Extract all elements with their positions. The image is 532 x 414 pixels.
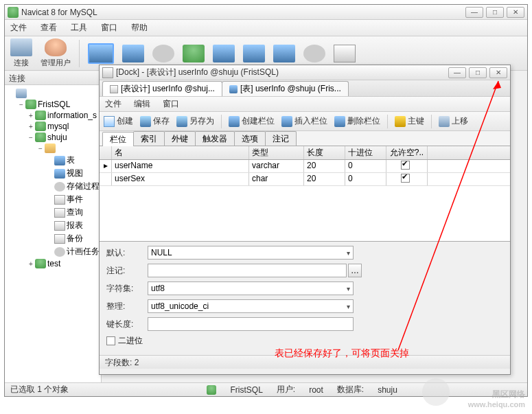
- cell-length[interactable]: 20: [304, 160, 345, 172]
- field-tab-3[interactable]: 触发器: [195, 131, 235, 146]
- prop-note-label: 注记:: [106, 265, 148, 277]
- prop-binary-checkbox[interactable]: [106, 336, 115, 345]
- connection-tree[interactable]: −FristSQL+information_s+mysql−shuju−表视图存…: [5, 85, 102, 382]
- designer-close-button[interactable]: ✕: [489, 67, 507, 78]
- cell-length[interactable]: 20: [304, 173, 345, 185]
- designer-tool-2[interactable]: 另存为: [176, 115, 214, 127]
- tree-item[interactable]: −shuju: [5, 132, 101, 143]
- designer-titlebar[interactable]: [Dock] - [表设计] userInfo @shuju (FristSQL…: [100, 65, 510, 80]
- main-titlebar[interactable]: Navicat 8 for MySQL — □ ✕: [5, 5, 527, 20]
- prop-charset-combo[interactable]: utf8: [148, 281, 354, 295]
- header-type[interactable]: 类型: [249, 146, 304, 159]
- view-icon[interactable]: [122, 45, 144, 62]
- tree-item[interactable]: 视图: [5, 167, 101, 180]
- tree-item[interactable]: 备份: [5, 232, 101, 245]
- cell-type[interactable]: varchar: [249, 160, 304, 172]
- designer-tool-4[interactable]: 插入栏位: [281, 115, 327, 127]
- menu-help[interactable]: 帮助: [131, 22, 148, 34]
- tree-icon: [25, 100, 36, 109]
- prop-default-label: 默认:: [106, 247, 148, 259]
- grid-row[interactable]: userSex char 20 0: [100, 173, 510, 186]
- menu-view[interactable]: 查看: [41, 22, 57, 34]
- minimize-button[interactable]: —: [465, 7, 483, 18]
- tree-toggle[interactable]: −: [27, 134, 35, 141]
- list-icon[interactable]: [334, 45, 356, 62]
- prop-note-input[interactable]: [148, 264, 347, 277]
- cell-decimal[interactable]: 0: [345, 160, 386, 172]
- designer-menu-file[interactable]: 文件: [105, 98, 122, 110]
- prop-note-more-button[interactable]: …: [348, 264, 362, 277]
- prop-default-combo[interactable]: NULL: [148, 246, 354, 260]
- nullable-checkbox[interactable]: [401, 174, 410, 183]
- tree-item[interactable]: 报表: [5, 219, 101, 232]
- event-icon[interactable]: [183, 45, 205, 62]
- doc-tab-data[interactable]: [表] userInfo @shuju (Fris...: [222, 81, 349, 96]
- tree-toggle[interactable]: −: [17, 101, 25, 108]
- tree-item[interactable]: −FristSQL: [5, 99, 101, 110]
- field-tab-1[interactable]: 索引: [133, 131, 165, 146]
- tree-toggle[interactable]: −: [36, 145, 45, 152]
- header-name[interactable]: 名: [112, 146, 249, 159]
- nullable-checkbox[interactable]: [401, 161, 410, 170]
- designer-title: [Dock] - [表设计] userInfo @shuju (FristSQL…: [116, 67, 448, 78]
- report-icon[interactable]: [243, 45, 265, 62]
- query-icon[interactable]: [213, 45, 235, 62]
- header-nullable[interactable]: 允许空?..: [386, 146, 428, 159]
- prop-collation-combo[interactable]: utf8_unicode_ci: [148, 299, 354, 313]
- designer-tool-3[interactable]: 创建栏位: [229, 115, 275, 127]
- designer-menu-window[interactable]: 窗口: [163, 98, 179, 110]
- designer-maximize-button[interactable]: □: [469, 67, 487, 78]
- designer-tool-1[interactable]: 保存: [140, 115, 170, 127]
- backup-icon[interactable]: [273, 45, 295, 62]
- tree-item[interactable]: 事件: [5, 193, 101, 206]
- tree-item[interactable]: +information_s: [5, 110, 101, 121]
- tree-item[interactable]: +mysql: [5, 121, 101, 132]
- tree-item[interactable]: 表: [5, 154, 101, 167]
- prop-keylen-input[interactable]: [148, 317, 354, 331]
- toolbar-connect[interactable]: 连接: [10, 38, 32, 68]
- header-decimal[interactable]: 十进位: [345, 146, 386, 159]
- fields-grid[interactable]: 名 类型 长度 十进位 允许空?.. ▸ userName varchar 20…: [100, 146, 510, 242]
- grid-empty-area[interactable]: [100, 186, 510, 241]
- doc-tab-design[interactable]: [表设计] userInfo @shuj...: [102, 81, 222, 96]
- grid-row[interactable]: ▸ userName varchar 20 0: [100, 160, 510, 173]
- tree-toggle[interactable]: +: [27, 123, 35, 130]
- cell-name[interactable]: userSex: [112, 173, 249, 185]
- toolbar-users[interactable]: 管理用户: [41, 38, 71, 68]
- connect-icon: [10, 38, 32, 56]
- field-tab-0[interactable]: 栏位: [102, 132, 134, 146]
- tree-item[interactable]: −: [5, 143, 101, 154]
- tree-item[interactable]: 查询: [5, 206, 101, 219]
- tree-icon: [54, 208, 65, 218]
- cell-type[interactable]: char: [249, 173, 304, 185]
- field-tab-5[interactable]: 注记: [265, 131, 297, 146]
- cell-decimal[interactable]: 0: [345, 173, 386, 185]
- table-icon[interactable]: [88, 43, 114, 64]
- designer-menu-edit[interactable]: 编辑: [134, 98, 150, 110]
- designer-tool-6[interactable]: 主键: [395, 115, 424, 127]
- tree-icon: [35, 111, 46, 120]
- designer-tool-7[interactable]: 上移: [439, 115, 468, 127]
- tree-item[interactable]: 存储过程: [5, 180, 101, 193]
- tree-item[interactable]: +test: [5, 258, 101, 269]
- designer-minimize-button[interactable]: —: [448, 67, 466, 78]
- proc-icon[interactable]: [152, 45, 174, 62]
- menu-file[interactable]: 文件: [10, 22, 27, 34]
- designer-tool-0[interactable]: 创建: [104, 115, 133, 127]
- menu-tools[interactable]: 工具: [71, 22, 87, 34]
- cell-name[interactable]: userName: [112, 160, 249, 172]
- header-length[interactable]: 长度: [304, 146, 345, 159]
- tree-item[interactable]: [5, 88, 101, 99]
- tree-toggle[interactable]: +: [27, 112, 35, 119]
- cell-nullable[interactable]: [386, 173, 428, 185]
- cell-nullable[interactable]: [386, 160, 428, 172]
- field-tab-2[interactable]: 外键: [164, 131, 196, 146]
- tree-item[interactable]: 计画任务: [5, 245, 101, 258]
- menu-window[interactable]: 窗口: [101, 22, 117, 34]
- field-tab-4[interactable]: 选项: [234, 131, 266, 146]
- close-button[interactable]: ✕: [507, 7, 524, 18]
- maximize-button[interactable]: □: [486, 7, 504, 18]
- designer-tool-5[interactable]: 删除栏位: [334, 115, 380, 127]
- tree-toggle[interactable]: +: [27, 260, 35, 268]
- schedule-icon[interactable]: [303, 45, 325, 62]
